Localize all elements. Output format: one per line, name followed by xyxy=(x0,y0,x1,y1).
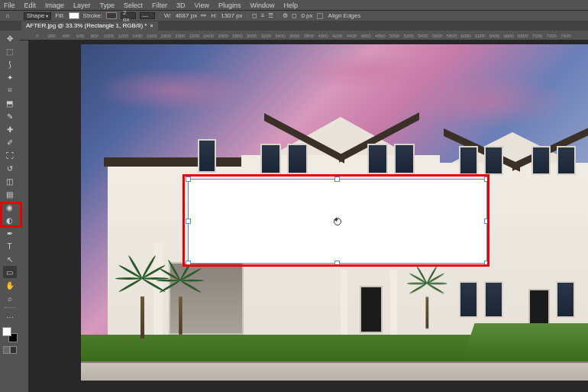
color-swatches[interactable] xyxy=(2,327,18,342)
application-menubar: FileEditImageLayerTypeSelectFilter3DView… xyxy=(0,0,588,11)
history-brush-tool[interactable]: ↺ xyxy=(3,162,17,174)
document-tab-bar: AFTER.jpg @ 33.3% (Rectangle 1, RGB/8) *… xyxy=(0,21,588,31)
corner-radius-icon: ◻ xyxy=(292,12,297,19)
path-tool[interactable]: ↖ xyxy=(3,253,17,265)
transform-handle-tm[interactable] xyxy=(334,177,340,182)
menu-image[interactable]: Image xyxy=(45,2,64,9)
menu-file[interactable]: File xyxy=(4,2,15,9)
align-edges-checkbox[interactable] xyxy=(317,13,323,19)
close-icon[interactable]: × xyxy=(150,23,153,28)
move-tool[interactable]: ✥ xyxy=(3,32,17,44)
stroke-width-field[interactable]: 2 px xyxy=(121,12,136,19)
path-ops-icon[interactable]: ◻ xyxy=(252,12,257,19)
menu-window[interactable]: Window xyxy=(250,2,275,9)
frame-tool[interactable]: ⬒ xyxy=(3,97,17,109)
canvas-area xyxy=(29,40,588,392)
transform-center-icon[interactable] xyxy=(333,217,342,226)
tab-title: AFTER.jpg @ 33.3% (Rectangle 1, RGB/8) * xyxy=(26,22,147,29)
hand-tool[interactable]: ✋ xyxy=(3,279,17,291)
tools-panel: ✥⬚⟆✦⌗⬒✎✚✐⛶↺◫▤◉◐✒T↖▭✋⌕⋯ xyxy=(0,31,19,392)
width-label: W: xyxy=(164,12,172,19)
type-tool[interactable]: T xyxy=(3,240,17,252)
shape-settings-icon[interactable]: ⚙ xyxy=(283,12,288,19)
lasso-tool[interactable]: ⟆ xyxy=(3,58,17,70)
menu-view[interactable]: View xyxy=(195,2,209,9)
menu-layer[interactable]: Layer xyxy=(73,2,91,9)
fill-label: Fill: xyxy=(55,12,64,19)
fill-swatch[interactable] xyxy=(69,12,79,19)
transform-handle-tl[interactable] xyxy=(186,177,191,182)
stroke-type-dropdown[interactable]: — xyxy=(140,12,155,19)
menu-filter[interactable]: Filter xyxy=(152,2,167,9)
crop-tool[interactable]: ⌗ xyxy=(3,84,17,96)
rectangle-shape-layer[interactable] xyxy=(189,180,486,263)
transform-handle-ml[interactable] xyxy=(186,219,191,224)
gradient-tool[interactable]: ▤ xyxy=(3,188,17,200)
rectangle-tool[interactable]: ▭ xyxy=(3,266,17,278)
wand-tool[interactable]: ✦ xyxy=(3,71,17,83)
brush-tool[interactable]: ✐ xyxy=(3,136,17,148)
marquee-tool[interactable]: ⬚ xyxy=(3,45,17,57)
horizontal-ruler: 0200400600800100012001400160018002000220… xyxy=(19,31,588,40)
transform-handle-tr[interactable] xyxy=(484,177,489,182)
menu-select[interactable]: Select xyxy=(124,2,143,9)
height-label: H: xyxy=(211,12,217,19)
menu-type[interactable]: Type xyxy=(100,2,115,9)
menu-plugins[interactable]: Plugins xyxy=(218,2,241,9)
stroke-label: Stroke: xyxy=(83,12,102,19)
document-canvas[interactable] xyxy=(81,44,588,381)
corner-radius-value[interactable]: 0 px xyxy=(301,12,312,19)
stroke-swatch[interactable]: / xyxy=(106,12,117,19)
dodge-tool[interactable]: ◐ xyxy=(3,214,17,226)
blur-tool[interactable]: ◉ xyxy=(3,201,17,213)
menu-3d[interactable]: 3D xyxy=(176,2,186,9)
options-bar: ⌂ Shape Fill: Stroke: / 2 px — | W: 4687… xyxy=(0,11,588,21)
vertical-ruler xyxy=(19,40,29,392)
align-edges-label: Align Edges xyxy=(328,12,361,19)
transform-handle-mr[interactable] xyxy=(484,219,489,224)
home-icon[interactable]: ⌂ xyxy=(4,12,11,20)
quick-mask-toggle[interactable] xyxy=(3,346,17,354)
eyedropper-tool[interactable]: ✎ xyxy=(3,110,17,122)
width-value[interactable]: 4687 px xyxy=(176,12,197,19)
transform-handle-bl[interactable] xyxy=(186,261,191,266)
link-wh-icon[interactable]: ⚯ xyxy=(201,12,207,19)
shape-mode-dropdown[interactable]: Shape xyxy=(24,12,51,20)
transform-handle-bm[interactable] xyxy=(334,261,340,266)
zoom-tool[interactable]: ⌕ xyxy=(3,292,17,304)
foreground-color-swatch[interactable] xyxy=(2,327,11,336)
document-tab[interactable]: AFTER.jpg @ 33.3% (Rectangle 1, RGB/8) *… xyxy=(21,21,158,31)
pen-tool[interactable]: ✒ xyxy=(3,227,17,239)
height-value[interactable]: 1307 px xyxy=(221,12,242,19)
stamp-tool[interactable]: ⛶ xyxy=(3,149,17,161)
path-arrange-icon[interactable]: ☰ xyxy=(268,12,273,19)
edit-toolbar-icon[interactable]: ⋯ xyxy=(3,311,17,323)
path-align-icon[interactable]: ≡ xyxy=(261,12,265,19)
heal-tool[interactable]: ✚ xyxy=(3,123,17,135)
transform-handle-br[interactable] xyxy=(484,261,489,266)
eraser-tool[interactable]: ◫ xyxy=(3,175,17,187)
menu-help[interactable]: Help xyxy=(284,2,299,9)
menu-edit[interactable]: Edit xyxy=(24,2,37,9)
